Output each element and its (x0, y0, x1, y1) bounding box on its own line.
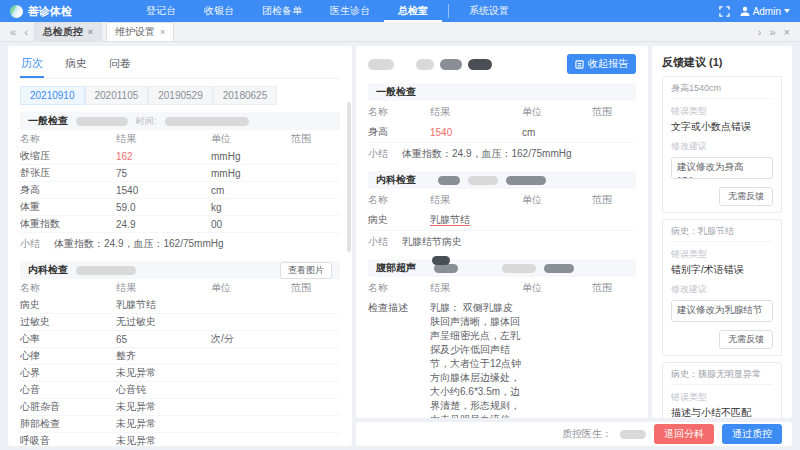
section-title: 内科检查 (376, 173, 416, 187)
table-row: 体重 59.0 kg (20, 199, 340, 216)
date-chip[interactable]: 20180625 (213, 86, 278, 105)
redacted-name (432, 256, 450, 265)
table-row: 心界 未见异常 (20, 365, 340, 382)
error-type-label: 错误类型 (671, 391, 773, 404)
close-icon[interactable]: × (88, 27, 93, 37)
section-header-internal: 内科检查 查看图片 (20, 261, 340, 279)
table-row: 肺部检查 未见异常 (20, 416, 340, 433)
cell-name: 体重指数 (20, 217, 116, 231)
redacted-name (502, 264, 536, 273)
date-chip[interactable]: 20190529 (148, 86, 213, 105)
cell-name: 肺部检查 (20, 417, 116, 431)
feedback-card-title: 病史：乳腺节结 (671, 225, 773, 242)
section-title: 一般检查 (28, 114, 68, 128)
error-type-label: 错误类型 (671, 105, 773, 118)
workspace-tabbar: « ‹ 总检质控 × 维护设置 × › » × (0, 22, 800, 42)
col-result: 结果 (116, 132, 211, 146)
cell-name: 病史 (20, 298, 116, 312)
scrollbar-thumb[interactable] (347, 102, 351, 252)
collapse-report-button[interactable]: 收起报告 (567, 54, 636, 74)
dismiss-feedback-button[interactable]: 无需反馈 (719, 330, 773, 349)
suggestion-input[interactable]: 建议修改为身高154cm (671, 157, 773, 179)
tabs-scroll-start-icon[interactable]: « (6, 23, 20, 41)
nav-item-system-settings[interactable]: 系统设置 (455, 0, 523, 22)
cell-unit: 次/分 (211, 332, 291, 346)
cell-result: 75 (116, 168, 211, 179)
cell-result: 162 (116, 151, 211, 162)
approve-qc-button[interactable]: 通过质控 (722, 424, 782, 444)
table-row: 呼吸音 未见异常 (20, 433, 340, 446)
summary-label: 小结 (20, 237, 40, 251)
cell-name: 心音 (20, 383, 116, 397)
history-tabs: 历次 病史 问卷 (20, 54, 340, 79)
tabs-scroll-right-icon[interactable]: › (754, 23, 766, 41)
cell-result-flagged: 乳腺节结 (430, 213, 522, 227)
tabs-close-all-icon[interactable]: × (780, 23, 794, 41)
tabs-scroll-end-icon[interactable]: » (765, 23, 779, 41)
suggestion-input[interactable]: 建议修改为乳腺结节 (671, 300, 773, 322)
col-unit: 单位 (211, 281, 291, 295)
nav-item-summary-room[interactable]: 总检室 (384, 0, 442, 22)
nav-item-cashier[interactable]: 收银台 (190, 0, 248, 22)
app-brand: 善诊体检 (10, 4, 72, 19)
qc-doctor-label: 质控医生： (562, 427, 612, 441)
section-title: 一般检查 (376, 85, 416, 99)
col-unit: 单位 (522, 193, 592, 207)
section-summary: 小结 体重指数：24.9，血压：162/75mmHg (368, 143, 636, 164)
col-unit: 单位 (522, 105, 592, 119)
col-range: 范围 (592, 105, 636, 119)
suggestion-label: 修改建议 (671, 140, 773, 153)
tabs-scroll-left-icon[interactable]: ‹ (20, 23, 32, 41)
tab-questionnaire[interactable]: 问卷 (108, 54, 132, 78)
redacted-name (468, 176, 498, 185)
tab-medical-history[interactable]: 病史 (64, 54, 88, 78)
error-type-value: 文字或小数点错误 (671, 120, 773, 134)
tab-history[interactable]: 历次 (20, 54, 44, 78)
table-row: 身高 1540 cm (20, 182, 340, 199)
cell-unit: cm (211, 185, 291, 196)
fullscreen-icon[interactable] (719, 6, 730, 17)
visit-date-chips: 20210910 20201105 20190529 20180625 (20, 86, 340, 105)
col-name: 名称 (20, 132, 116, 146)
cell-name: 过敏史 (20, 315, 116, 329)
close-icon[interactable]: × (160, 27, 165, 37)
cell-result: 心音钝 (116, 383, 211, 397)
redacted-name (506, 176, 546, 185)
table-row: 病史 乳腺节结 (20, 297, 340, 314)
col-range: 范围 (291, 132, 340, 146)
qc-footer-bar: 质控医生： 退回分科 通过质控 (356, 422, 792, 446)
col-result: 结果 (116, 281, 211, 295)
feedback-card: 病史：乳腺节结 错误类型 错别字/术语错误 修改建议 建议修改为乳腺结节 无需反… (662, 219, 782, 356)
user-avatar-icon (740, 6, 750, 16)
main-content: 历次 病史 问卷 20210910 20201105 20190529 2018… (0, 42, 800, 450)
desc-text: 乳腺： 双侧乳腺皮肤回声清晰，腺体回声呈细密光点，左乳探及少许低回声结节，大者位… (430, 301, 522, 418)
date-chip[interactable]: 20210910 (20, 86, 85, 105)
view-image-button[interactable]: 查看图片 (280, 262, 332, 279)
table-row: 身高 1540 cm (368, 122, 636, 143)
tab-maintenance-settings[interactable]: 维护设置 × (106, 22, 174, 41)
date-chip[interactable]: 20201105 (85, 86, 149, 105)
table-header: 名称 结果 单位 范围 (20, 279, 340, 297)
col-name: 名称 (368, 281, 430, 295)
cell-result: 无过敏史 (116, 315, 211, 329)
col-range: 范围 (291, 281, 340, 295)
nav-item-doctor-station[interactable]: 医生诊台 (316, 0, 384, 22)
table-row: 心律 整齐 (20, 348, 340, 365)
dismiss-feedback-button[interactable]: 无需反馈 (719, 187, 773, 206)
user-menu[interactable]: Admin (740, 6, 790, 17)
table-row: 收缩压 162 mmHg (20, 148, 340, 165)
cell-name: 身高 (20, 183, 116, 197)
cell-unit: 00 (211, 219, 291, 230)
tab-quality-control[interactable]: 总检质控 × (34, 22, 102, 41)
nav-item-registration[interactable]: 登记台 (132, 0, 190, 22)
col-result: 结果 (430, 105, 522, 119)
summary-text: 乳腺结节病史 (402, 235, 462, 249)
col-result: 结果 (430, 281, 522, 295)
col-result: 结果 (430, 193, 522, 207)
reject-to-department-button[interactable]: 退回分科 (654, 424, 714, 444)
history-panel: 历次 病史 问卷 20210910 20201105 20190529 2018… (8, 46, 352, 446)
nav-item-group-check[interactable]: 团检备单 (248, 0, 316, 22)
desc-label: 检查描述 (368, 301, 430, 418)
cell-result: 未见异常 (116, 417, 211, 431)
redacted-time (165, 117, 249, 126)
